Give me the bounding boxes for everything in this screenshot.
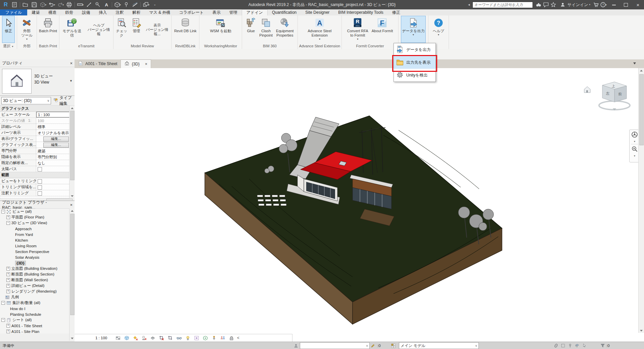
tree-item-A001 - Title Sheet[interactable]: +A001 - Title Sheet <box>0 323 75 329</box>
communication-icon[interactable] <box>542 1 550 8</box>
lock-view-icon[interactable] <box>227 335 236 341</box>
tree-item-Living Room[interactable]: Living Room <box>0 243 75 249</box>
temporary-view-properties-icon[interactable] <box>192 335 201 341</box>
ribbon-panel-caption[interactable]: Batch Print <box>37 43 59 49</box>
thin-lines-icon[interactable] <box>131 1 139 9</box>
type-selector[interactable]: 3D ビュー 3D View ▼ <box>0 67 75 96</box>
ribbon-button-Glue[interactable]: Glue <box>244 16 257 43</box>
expand-icon[interactable]: + <box>6 267 10 270</box>
expand-icon[interactable]: + <box>6 278 10 282</box>
sign-in-button[interactable]: サインイン ▾ <box>559 1 590 8</box>
tree-item-Section Perspective[interactable]: Section Perspective <box>0 249 75 254</box>
ribbon-tab-マス & 外構[interactable]: マス & 外構 <box>145 9 175 15</box>
properties-scrollbar[interactable] <box>69 106 75 198</box>
checkbox-unchecked[interactable] <box>38 191 42 196</box>
view-tab-list-icon[interactable] <box>633 62 636 64</box>
collapse-icon[interactable]: − <box>1 301 5 305</box>
doc-properties-icon[interactable] <box>10 1 18 9</box>
drag-on-selection-icon[interactable] <box>581 343 588 349</box>
zoom-icon[interactable] <box>631 146 638 153</box>
rendering-icon[interactable] <box>148 335 157 341</box>
ribbon-tab-表示[interactable]: 表示 <box>208 9 225 15</box>
search-input[interactable] <box>472 2 533 8</box>
project-browser-close-icon[interactable]: × <box>70 202 73 207</box>
save-icon[interactable] <box>30 1 38 9</box>
type-selector-dropdown-icon[interactable]: ▼ <box>70 79 73 83</box>
ribbon-tab-ファイル[interactable]: ファイル <box>0 9 27 15</box>
switch-windows-icon[interactable]: ▾ <box>142 1 150 9</box>
ribbon-button-About-FormIt[interactable]: FAbout FormIt <box>370 16 395 43</box>
constraints-icon[interactable] <box>210 335 218 341</box>
undo-icon[interactable]: ▾ <box>48 1 56 9</box>
help-menu-icon[interactable]: ?▾ <box>600 1 607 8</box>
ribbon-button-データを出力[interactable]: データを出力▼ <box>401 16 426 43</box>
app-store-cart-icon[interactable] <box>592 1 600 8</box>
ribbon-tab-Site Designer[interactable]: Site Designer <box>301 9 334 15</box>
3d-model-view[interactable] <box>75 68 644 342</box>
collapse-icon[interactable]: < <box>237 336 239 340</box>
expand-icon[interactable]: + <box>6 330 10 333</box>
ribbon-button-WSM-を起動[interactable]: WSM を起動 <box>209 16 232 43</box>
ribbon-button-表示-バージョン情報...[interactable]: 表示 バージョン情報... <box>143 16 171 43</box>
temporary-hide-icon[interactable] <box>175 335 183 341</box>
ribbon-panel-caption[interactable]: WorksharingMonitor <box>199 43 242 49</box>
view-tab-A001 - Title Sheet[interactable]: A001 - Title Sheet <box>75 59 121 68</box>
collapse-icon[interactable]: − <box>1 318 5 322</box>
collapse-icon[interactable]: − <box>6 221 10 225</box>
tree-item-From Yard[interactable]: From Yard <box>0 232 75 237</box>
ribbon-panel-caption[interactable]: eTransmit <box>59 43 113 49</box>
tree-item-断面図 (Building Section)[interactable]: +断面図 (Building Section) <box>0 271 75 277</box>
expand-icon[interactable]: + <box>6 272 10 276</box>
sync-icon[interactable]: ▾ <box>39 1 47 9</box>
analytical-model-icon[interactable] <box>201 335 210 341</box>
aligned-dimension-icon[interactable] <box>85 1 93 9</box>
tree-item-断面図 (Wall Section)[interactable]: +断面図 (Wall Section) <box>0 277 75 283</box>
ribbon-button-Advance-Steel-Extension[interactable]: AAdvance Steel Extension▼ <box>307 16 333 43</box>
crop-region-icon[interactable] <box>166 335 175 341</box>
ribbon-panel-caption[interactable]: Advance Steel Extension <box>298 43 341 49</box>
filter-icon[interactable] <box>600 342 605 349</box>
ribbon-button-外部-ツール[interactable]: 外部 ツール▼ <box>20 16 34 43</box>
checkbox-unchecked[interactable] <box>38 179 42 184</box>
ribbon-panel-caption[interactable]: FormIt Converter <box>342 43 398 49</box>
open-folder-icon[interactable] <box>21 1 30 9</box>
ribbon-button-ヘルプ[interactable]: ?ヘルプ▼ <box>431 16 446 43</box>
edit-button[interactable]: 編集... <box>43 137 69 142</box>
view-scale-button[interactable]: 1 : 100 <box>95 336 113 340</box>
worksets-combo[interactable]: ∨ <box>300 342 370 349</box>
ribbon-panel-caption[interactable]: 外部 <box>17 43 37 49</box>
section-icon[interactable] <box>122 1 130 9</box>
minimize-button[interactable] <box>608 0 620 9</box>
worksharing-display-icon[interactable] <box>218 335 227 341</box>
property-value-input[interactable]: 1 : 100 <box>36 112 75 117</box>
ribbon-tab-BIM Interoperability Tools[interactable]: BIM Interoperability Tools <box>334 9 388 15</box>
revit-r-icon[interactable]: R <box>2 1 10 9</box>
ribbon-button-モデルを送信[interactable]: モデルを送信 <box>60 16 84 43</box>
shadows-icon[interactable] <box>140 335 148 341</box>
ribbon-panel-caption[interactable]: BIM 360 <box>242 43 297 49</box>
tree-item-ビュー (all)[interactable]: −ビュー (all) <box>0 209 75 214</box>
checkbox-unchecked[interactable] <box>38 185 42 190</box>
ribbon-tab-構造[interactable]: 構造 <box>44 9 61 15</box>
design-options-combo[interactable]: メイン モデル∨ <box>399 342 479 349</box>
reveal-hidden-icon[interactable] <box>183 335 192 341</box>
property-section-グラフィックス[interactable]: グラフィックス⌃ <box>0 106 75 112</box>
detail-level-icon[interactable] <box>113 335 122 341</box>
visual-style-icon[interactable] <box>122 335 131 341</box>
ribbon-tab-アドイン[interactable]: アドイン <box>242 9 268 15</box>
tree-item-Solar Analysis[interactable]: Solar Analysis <box>0 254 75 260</box>
collapse-icon[interactable]: − <box>1 210 5 213</box>
text-a-icon[interactable]: A <box>102 1 110 9</box>
favorites-star-icon[interactable] <box>550 1 557 8</box>
tree-item-レンダリング (Rendering)[interactable]: +レンダリング (Rendering) <box>0 289 75 294</box>
property-value[interactable]: オリジナルを表示 <box>36 130 75 136</box>
checkbox-unchecked[interactable] <box>38 167 42 171</box>
ribbon-tab-設備[interactable]: 設備 <box>78 9 94 15</box>
tree-item-凡例[interactable]: 凡例 <box>0 294 75 300</box>
property-value[interactable]: 専門分野別 <box>36 154 75 160</box>
default-3d-view-icon[interactable]: ▾ <box>113 1 122 9</box>
tab-close-icon[interactable]: × <box>145 62 147 66</box>
property-value[interactable]: 建築 <box>36 148 75 154</box>
infocenter-collapse-icon[interactable]: ◄ <box>467 3 470 6</box>
ribbon-button-管理[interactable]: 管理 <box>130 16 143 43</box>
